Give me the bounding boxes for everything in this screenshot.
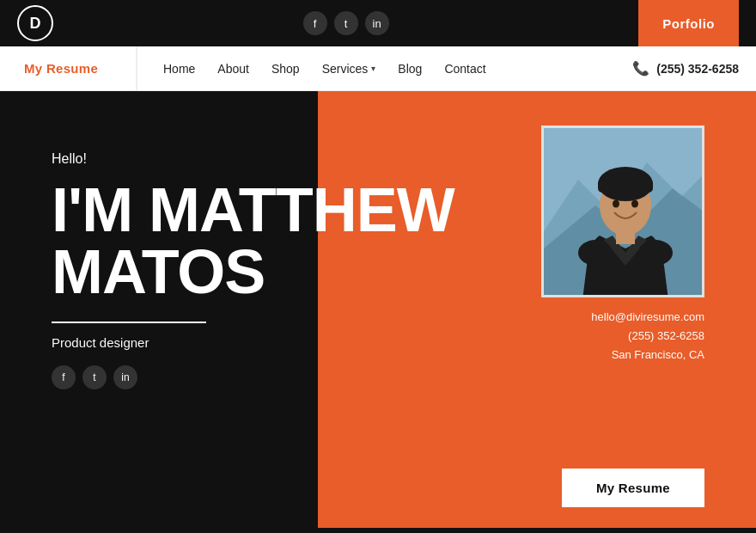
orange-bottom-strip [318, 528, 756, 533]
profile-info: hello@diviresume.com (255) 352-6258 San … [541, 308, 704, 365]
hero-twitter-icon[interactable]: t [82, 365, 107, 389]
nav-brand-text: My Resume [24, 61, 98, 76]
nav-about[interactable]: About [217, 62, 249, 76]
nav-phone-number: (255) 352-6258 [656, 62, 739, 76]
hero-facebook-icon[interactable]: f [52, 365, 76, 389]
portfolio-button[interactable]: Porfolio [638, 0, 739, 46]
svg-point-7 [631, 200, 638, 208]
top-bar-right: Porfolio [638, 0, 739, 46]
resume-btn-container: My Resume [562, 469, 704, 507]
profile-phone: (255) 352-6258 [541, 327, 704, 346]
svg-point-9 [578, 240, 613, 266]
nav-shop[interactable]: Shop [271, 62, 300, 76]
svg-rect-8 [616, 227, 635, 244]
svg-point-10 [638, 240, 673, 266]
hero-divider [52, 322, 206, 323]
nav-blog[interactable]: Blog [398, 62, 422, 76]
profile-photo [541, 126, 704, 297]
twitter-icon-top[interactable]: t [334, 11, 358, 35]
logo[interactable]: D [17, 5, 53, 41]
profile-email: hello@diviresume.com [541, 308, 704, 327]
hero-social-icons: f t in [52, 365, 454, 389]
hero-linkedin-icon[interactable]: in [113, 365, 137, 389]
nav-brand: My Resume [0, 46, 137, 90]
profile-location: San Francisco, CA [541, 346, 704, 365]
nav-links: Home About Shop Services ▾ Blog Contact [137, 62, 632, 76]
nav-contact[interactable]: Contact [444, 62, 485, 76]
top-social-icons: f t in [303, 11, 389, 35]
resume-button[interactable]: My Resume [562, 469, 704, 507]
hero-content: Hello! I'M MATTHEW MATOS Product designe… [52, 151, 454, 389]
hero-job-title: Product designer [52, 335, 454, 350]
nav-bar: My Resume Home About Shop Services ▾ Blo… [0, 46, 756, 91]
nav-services[interactable]: Services ▾ [322, 62, 376, 76]
chevron-down-icon: ▾ [371, 64, 375, 73]
svg-rect-5 [598, 180, 653, 193]
nav-services-label: Services [322, 62, 369, 76]
top-bar: D f t in Porfolio [0, 0, 756, 46]
hero-name: I'M MATTHEW MATOS [52, 179, 454, 303]
hero-name-line1: I'M MATTHEW [52, 179, 454, 241]
phone-icon: 📞 [632, 60, 649, 77]
nav-home[interactable]: Home [163, 62, 195, 76]
hero-section: Hello! I'M MATTHEW MATOS Product designe… [0, 91, 756, 533]
nav-phone: 📞 (255) 352-6258 [632, 60, 739, 77]
logo-letter: D [30, 15, 41, 33]
facebook-icon-top[interactable]: f [303, 11, 327, 35]
hero-greeting: Hello! [52, 151, 454, 167]
profile-card: hello@diviresume.com (255) 352-6258 San … [541, 126, 704, 365]
profile-photo-svg [544, 128, 704, 297]
svg-point-6 [613, 200, 619, 208]
linkedin-icon-top[interactable]: in [365, 11, 389, 35]
hero-name-line2: MATOS [52, 241, 454, 303]
